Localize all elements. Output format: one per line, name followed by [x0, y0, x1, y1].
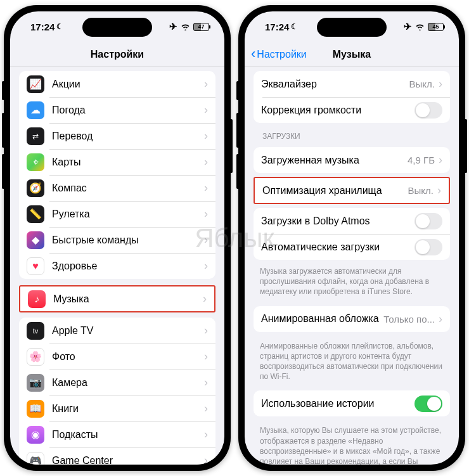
dynamic-island	[82, 18, 152, 37]
appletv-icon: tv	[27, 322, 44, 340]
row-label: Фото	[52, 351, 204, 363]
row-downloaded-music[interactable]: Загруженная музыка 4,9 ГБ ›	[254, 147, 450, 173]
wifi-icon	[415, 22, 425, 32]
chevron-icon: ›	[204, 428, 208, 441]
row-use-history[interactable]: Использование истории	[254, 390, 450, 416]
gamecenter-icon: 🎮	[27, 452, 44, 465]
row-label: Музыка	[53, 293, 203, 305]
row-auto-downloads[interactable]: Автоматические загрузки	[254, 234, 450, 260]
row-optimize-storage[interactable]: Оптимизация хранилища Выкл. ›	[255, 178, 449, 203]
chevron-icon: ›	[204, 324, 208, 337]
row-label: Коррекция громкости	[261, 105, 414, 116]
stocks-icon: 📈	[27, 75, 44, 93]
airplane-icon: ✈	[169, 21, 177, 32]
nav-title: Музыка	[333, 49, 371, 60]
nav-title: Настройки	[91, 49, 144, 60]
section-footer-animated: Анимированные обложки плейлистов, альбом…	[245, 338, 459, 383]
chevron-icon: ›	[204, 454, 208, 465]
row-label: Акции	[52, 79, 204, 90]
row-appletv[interactable]: tv Apple TV ›	[19, 318, 215, 344]
row-animated-cover[interactable]: Анимированная обложка Только по... ›	[254, 306, 450, 332]
chevron-icon: ›	[204, 402, 208, 415]
nav-bar: ‹ Настройки Музыка	[245, 42, 459, 67]
row-label: Загрузки в Dolby Atmos	[261, 215, 414, 227]
focus-icon: ☾	[56, 22, 63, 31]
translate-icon: ⇄	[27, 127, 44, 145]
dynamic-island	[317, 18, 387, 37]
row-books[interactable]: 📖 Книги ›	[19, 396, 215, 421]
camera-icon: 📷	[27, 374, 44, 392]
row-label: Здоровье	[52, 261, 204, 272]
row-soundcheck[interactable]: Коррекция громкости	[254, 97, 450, 123]
chevron-icon: ›	[439, 312, 442, 326]
section-footer-downloads: Музыка загружается автоматически для про…	[245, 264, 459, 299]
row-label: Автоматические загрузки	[261, 241, 414, 253]
shortcuts-icon: ◆	[27, 231, 44, 249]
row-compass[interactable]: 🧭 Компас ›	[19, 175, 215, 201]
section-header-downloads: ЗАГРУЗКИ	[245, 129, 459, 143]
row-label: Книги	[52, 403, 204, 415]
compass-icon: 🧭	[27, 179, 44, 197]
row-label: Эквалайзер	[261, 79, 409, 90]
row-music-highlighted: ♪ Музыка ›	[19, 285, 215, 312]
chevron-icon: ›	[204, 129, 208, 143]
row-weather[interactable]: ☁ Погода ›	[19, 97, 215, 123]
chevron-icon: ›	[204, 207, 208, 221]
row-gamecenter[interactable]: 🎮 Game Center ›	[19, 447, 215, 465]
row-value: Выкл.	[408, 185, 434, 196]
health-icon: ♥	[27, 257, 44, 275]
row-label: Рулетка	[52, 209, 204, 220]
row-music[interactable]: ♪ Музыка ›	[20, 286, 214, 311]
row-equalizer[interactable]: Эквалайзер Выкл. ›	[254, 71, 450, 97]
row-label: Анимированная обложка	[261, 313, 383, 325]
back-button[interactable]: ‹ Настройки	[251, 48, 307, 61]
chevron-icon: ›	[204, 181, 208, 195]
chevron-icon: ›	[204, 259, 208, 273]
airplane-icon: ✈	[404, 21, 412, 32]
row-photos[interactable]: 🌸 Фото ›	[19, 344, 215, 370]
switch-auto-downloads[interactable]	[414, 239, 442, 255]
chevron-icon: ›	[439, 77, 442, 91]
row-shortcuts[interactable]: ◆ Быстрые команды ›	[19, 227, 215, 253]
chevron-icon: ›	[437, 184, 441, 197]
battery-icon: 45	[428, 23, 444, 31]
row-label: Game Center	[52, 455, 204, 465]
row-label: Использование истории	[261, 398, 414, 409]
row-label: Погода	[52, 105, 204, 116]
switch-soundcheck[interactable]	[414, 102, 442, 119]
row-label: Камера	[52, 377, 204, 389]
photos-icon: 🌸	[27, 348, 44, 366]
focus-icon: ☾	[291, 22, 298, 31]
chevron-back-icon: ‹	[251, 47, 255, 61]
row-camera[interactable]: 📷 Камера ›	[19, 370, 215, 396]
maps-icon: ⌖	[27, 153, 44, 171]
row-translate[interactable]: ⇄ Перевод ›	[19, 123, 215, 149]
row-maps[interactable]: ⌖ Карты ›	[19, 149, 215, 175]
podcasts-icon: ◉	[27, 426, 44, 444]
chevron-icon: ›	[204, 233, 208, 247]
chevron-icon: ›	[204, 103, 208, 117]
chevron-icon: ›	[204, 376, 208, 389]
row-stocks[interactable]: 📈 Акции ›	[19, 71, 215, 97]
nav-bar: Настройки	[10, 42, 224, 67]
books-icon: 📖	[27, 400, 44, 418]
section-footer-history: Музыка, которую Вы слушаете на этом устр…	[245, 423, 459, 465]
switch-dolby[interactable]	[414, 213, 442, 229]
status-time: 17:24	[265, 22, 289, 32]
chevron-icon: ›	[203, 292, 207, 306]
row-health[interactable]: ♥ Здоровье ›	[19, 253, 215, 279]
row-dolby-downloads[interactable]: Загрузки в Dolby Atmos	[254, 208, 450, 234]
measure-icon: 📏	[27, 205, 44, 223]
music-icon: ♪	[28, 290, 46, 308]
phone-right: 17:24 ☾ ✈ 45 ‹ Настройки Музыка Эквалайз…	[238, 5, 465, 471]
weather-icon: ☁	[27, 101, 44, 119]
row-measure[interactable]: 📏 Рулетка ›	[19, 201, 215, 227]
row-podcasts[interactable]: ◉ Подкасты ›	[19, 421, 215, 447]
back-label: Настройки	[257, 49, 306, 60]
switch-history[interactable]	[414, 396, 442, 412]
battery-icon: 47	[193, 23, 209, 31]
row-label: Быстрые команды	[52, 235, 204, 246]
row-value: Выкл.	[409, 79, 435, 89]
row-label: Карты	[52, 157, 204, 168]
chevron-icon: ›	[204, 350, 208, 363]
